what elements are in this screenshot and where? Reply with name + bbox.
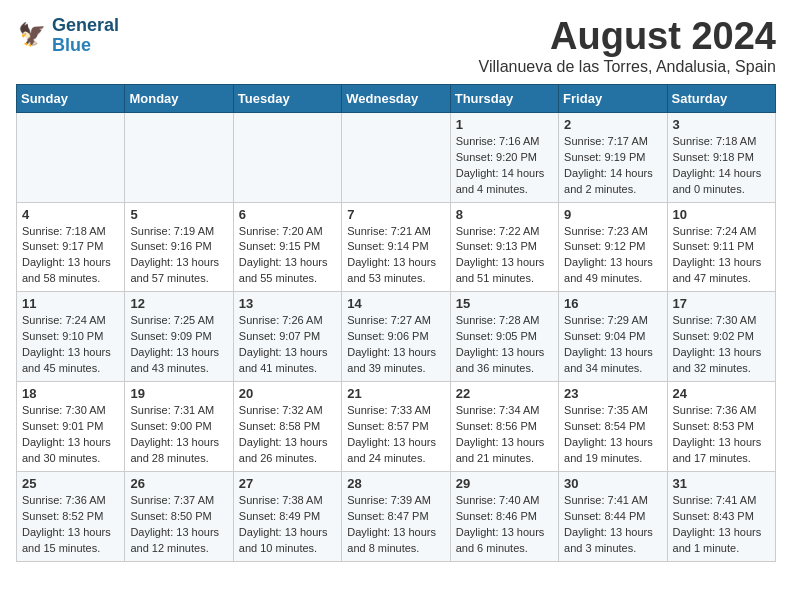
calendar-week-1: 1Sunrise: 7:16 AMSunset: 9:20 PMDaylight… (17, 112, 776, 202)
day-content: Sunrise: 7:31 AMSunset: 9:00 PMDaylight:… (130, 403, 227, 467)
calendar-cell (125, 112, 233, 202)
logo-icon: 🦅 (16, 20, 48, 52)
day-number: 14 (347, 296, 444, 311)
calendar-table: SundayMondayTuesdayWednesdayThursdayFrid… (16, 84, 776, 562)
day-content: Sunrise: 7:41 AMSunset: 8:43 PMDaylight:… (673, 493, 770, 557)
day-number: 8 (456, 207, 553, 222)
day-number: 3 (673, 117, 770, 132)
calendar-cell: 5Sunrise: 7:19 AMSunset: 9:16 PMDaylight… (125, 202, 233, 292)
calendar-cell: 27Sunrise: 7:38 AMSunset: 8:49 PMDayligh… (233, 471, 341, 561)
day-content: Sunrise: 7:38 AMSunset: 8:49 PMDaylight:… (239, 493, 336, 557)
day-number: 4 (22, 207, 119, 222)
calendar-cell: 6Sunrise: 7:20 AMSunset: 9:15 PMDaylight… (233, 202, 341, 292)
calendar-cell: 23Sunrise: 7:35 AMSunset: 8:54 PMDayligh… (559, 382, 667, 472)
calendar-body: 1Sunrise: 7:16 AMSunset: 9:20 PMDaylight… (17, 112, 776, 561)
day-number: 31 (673, 476, 770, 491)
day-content: Sunrise: 7:30 AMSunset: 9:02 PMDaylight:… (673, 313, 770, 377)
weekday-header-friday: Friday (559, 84, 667, 112)
day-content: Sunrise: 7:18 AMSunset: 9:18 PMDaylight:… (673, 134, 770, 198)
day-content: Sunrise: 7:26 AMSunset: 9:07 PMDaylight:… (239, 313, 336, 377)
day-number: 10 (673, 207, 770, 222)
calendar-cell: 26Sunrise: 7:37 AMSunset: 8:50 PMDayligh… (125, 471, 233, 561)
calendar-cell: 11Sunrise: 7:24 AMSunset: 9:10 PMDayligh… (17, 292, 125, 382)
day-number: 30 (564, 476, 661, 491)
day-number: 21 (347, 386, 444, 401)
day-content: Sunrise: 7:34 AMSunset: 8:56 PMDaylight:… (456, 403, 553, 467)
calendar-cell: 21Sunrise: 7:33 AMSunset: 8:57 PMDayligh… (342, 382, 450, 472)
svg-text:🦅: 🦅 (18, 21, 46, 48)
day-content: Sunrise: 7:20 AMSunset: 9:15 PMDaylight:… (239, 224, 336, 288)
day-content: Sunrise: 7:27 AMSunset: 9:06 PMDaylight:… (347, 313, 444, 377)
calendar-cell: 28Sunrise: 7:39 AMSunset: 8:47 PMDayligh… (342, 471, 450, 561)
calendar-cell: 7Sunrise: 7:21 AMSunset: 9:14 PMDaylight… (342, 202, 450, 292)
calendar-cell: 10Sunrise: 7:24 AMSunset: 9:11 PMDayligh… (667, 202, 775, 292)
day-content: Sunrise: 7:23 AMSunset: 9:12 PMDaylight:… (564, 224, 661, 288)
day-number: 23 (564, 386, 661, 401)
calendar-week-2: 4Sunrise: 7:18 AMSunset: 9:17 PMDaylight… (17, 202, 776, 292)
calendar-cell: 30Sunrise: 7:41 AMSunset: 8:44 PMDayligh… (559, 471, 667, 561)
day-content: Sunrise: 7:21 AMSunset: 9:14 PMDaylight:… (347, 224, 444, 288)
day-number: 28 (347, 476, 444, 491)
day-number: 25 (22, 476, 119, 491)
calendar-cell: 12Sunrise: 7:25 AMSunset: 9:09 PMDayligh… (125, 292, 233, 382)
day-content: Sunrise: 7:18 AMSunset: 9:17 PMDaylight:… (22, 224, 119, 288)
day-content: Sunrise: 7:25 AMSunset: 9:09 PMDaylight:… (130, 313, 227, 377)
calendar-cell: 9Sunrise: 7:23 AMSunset: 9:12 PMDaylight… (559, 202, 667, 292)
day-number: 7 (347, 207, 444, 222)
calendar-cell: 15Sunrise: 7:28 AMSunset: 9:05 PMDayligh… (450, 292, 558, 382)
day-number: 1 (456, 117, 553, 132)
calendar-cell: 19Sunrise: 7:31 AMSunset: 9:00 PMDayligh… (125, 382, 233, 472)
calendar-cell: 31Sunrise: 7:41 AMSunset: 8:43 PMDayligh… (667, 471, 775, 561)
page-header: 🦅 General Blue August 2024 Villanueva de… (16, 16, 776, 76)
calendar-week-5: 25Sunrise: 7:36 AMSunset: 8:52 PMDayligh… (17, 471, 776, 561)
calendar-cell (342, 112, 450, 202)
day-number: 24 (673, 386, 770, 401)
weekday-header-thursday: Thursday (450, 84, 558, 112)
calendar-cell: 8Sunrise: 7:22 AMSunset: 9:13 PMDaylight… (450, 202, 558, 292)
day-number: 29 (456, 476, 553, 491)
day-content: Sunrise: 7:24 AMSunset: 9:11 PMDaylight:… (673, 224, 770, 288)
month-year-title: August 2024 (479, 16, 776, 58)
day-content: Sunrise: 7:30 AMSunset: 9:01 PMDaylight:… (22, 403, 119, 467)
day-number: 9 (564, 207, 661, 222)
weekday-header-sunday: Sunday (17, 84, 125, 112)
day-number: 6 (239, 207, 336, 222)
day-number: 2 (564, 117, 661, 132)
day-content: Sunrise: 7:17 AMSunset: 9:19 PMDaylight:… (564, 134, 661, 198)
day-content: Sunrise: 7:22 AMSunset: 9:13 PMDaylight:… (456, 224, 553, 288)
calendar-cell: 17Sunrise: 7:30 AMSunset: 9:02 PMDayligh… (667, 292, 775, 382)
calendar-cell (17, 112, 125, 202)
day-content: Sunrise: 7:33 AMSunset: 8:57 PMDaylight:… (347, 403, 444, 467)
day-number: 16 (564, 296, 661, 311)
logo: 🦅 General Blue (16, 16, 119, 56)
calendar-cell: 16Sunrise: 7:29 AMSunset: 9:04 PMDayligh… (559, 292, 667, 382)
calendar-header: SundayMondayTuesdayWednesdayThursdayFrid… (17, 84, 776, 112)
day-content: Sunrise: 7:19 AMSunset: 9:16 PMDaylight:… (130, 224, 227, 288)
day-content: Sunrise: 7:28 AMSunset: 9:05 PMDaylight:… (456, 313, 553, 377)
day-number: 15 (456, 296, 553, 311)
weekday-header-wednesday: Wednesday (342, 84, 450, 112)
day-number: 19 (130, 386, 227, 401)
calendar-week-3: 11Sunrise: 7:24 AMSunset: 9:10 PMDayligh… (17, 292, 776, 382)
day-content: Sunrise: 7:36 AMSunset: 8:53 PMDaylight:… (673, 403, 770, 467)
weekday-header-tuesday: Tuesday (233, 84, 341, 112)
calendar-cell: 22Sunrise: 7:34 AMSunset: 8:56 PMDayligh… (450, 382, 558, 472)
day-number: 12 (130, 296, 227, 311)
calendar-cell: 4Sunrise: 7:18 AMSunset: 9:17 PMDaylight… (17, 202, 125, 292)
day-number: 26 (130, 476, 227, 491)
calendar-cell: 24Sunrise: 7:36 AMSunset: 8:53 PMDayligh… (667, 382, 775, 472)
day-number: 11 (22, 296, 119, 311)
title-block: August 2024 Villanueva de las Torres, An… (479, 16, 776, 76)
calendar-cell: 18Sunrise: 7:30 AMSunset: 9:01 PMDayligh… (17, 382, 125, 472)
day-number: 13 (239, 296, 336, 311)
calendar-cell (233, 112, 341, 202)
logo-text: General Blue (52, 16, 119, 56)
day-content: Sunrise: 7:24 AMSunset: 9:10 PMDaylight:… (22, 313, 119, 377)
day-content: Sunrise: 7:39 AMSunset: 8:47 PMDaylight:… (347, 493, 444, 557)
calendar-cell: 20Sunrise: 7:32 AMSunset: 8:58 PMDayligh… (233, 382, 341, 472)
day-number: 22 (456, 386, 553, 401)
day-content: Sunrise: 7:16 AMSunset: 9:20 PMDaylight:… (456, 134, 553, 198)
day-content: Sunrise: 7:41 AMSunset: 8:44 PMDaylight:… (564, 493, 661, 557)
calendar-cell: 14Sunrise: 7:27 AMSunset: 9:06 PMDayligh… (342, 292, 450, 382)
day-number: 17 (673, 296, 770, 311)
